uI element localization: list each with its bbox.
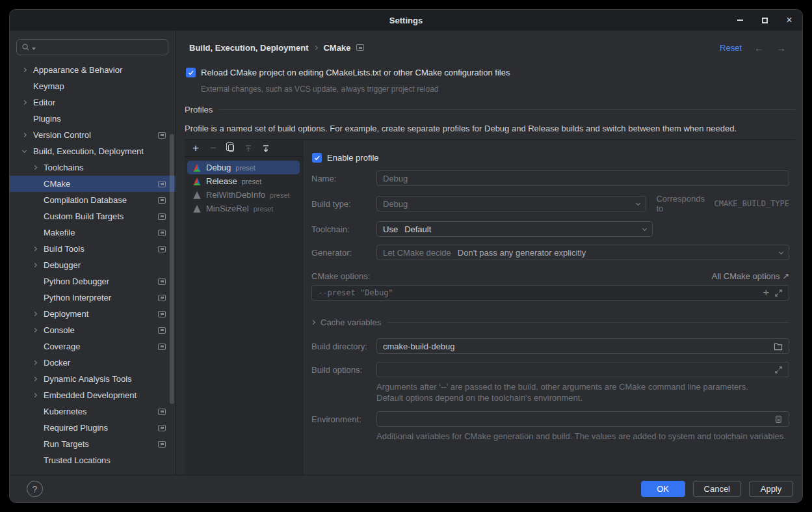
minimize-button[interactable] — [735, 15, 745, 25]
list-variables-icon[interactable] — [774, 415, 783, 424]
move-down-button[interactable] — [261, 143, 271, 154]
toolchain-label: Toolchain: — [311, 224, 376, 234]
sidebar-item-run-targets[interactable]: Run Targets — [10, 436, 176, 452]
enable-profile-checkbox[interactable] — [312, 153, 322, 163]
sidebar-item-required-plugins[interactable]: Required Plugins — [10, 420, 176, 436]
sidebar-item-build-execution-deployment[interactable]: Build, Execution, Deployment — [10, 143, 176, 159]
name-field[interactable]: Debug — [376, 170, 789, 186]
profile-item-relwithdebinfo[interactable]: RelWithDebInfo preset — [187, 188, 300, 202]
sidebar-item-compilation-database[interactable]: Compilation Database — [10, 192, 176, 208]
close-button[interactable]: × — [784, 15, 794, 25]
sidebar-item-custom-build-targets[interactable]: Custom Build Targets — [10, 208, 176, 224]
environment-label: Environment: — [311, 414, 376, 424]
chevron-right-icon[interactable] — [33, 165, 37, 170]
sidebar-scrollbar[interactable] — [170, 134, 174, 404]
cancel-button[interactable]: Cancel — [693, 481, 741, 497]
sidebar-item-coverage[interactable]: Coverage — [10, 338, 176, 355]
back-arrow-icon[interactable]: ← — [754, 42, 764, 53]
name-row: Name: Debug — [311, 170, 789, 186]
footer: ? OK Cancel Apply — [10, 475, 802, 502]
forward-arrow-icon[interactable]: → — [776, 42, 786, 53]
chevron-right-icon[interactable] — [33, 263, 37, 267]
maximize-button[interactable] — [759, 15, 770, 25]
chevron-right-icon[interactable] — [22, 133, 27, 137]
chevron-right-icon[interactable] — [22, 100, 27, 105]
build-options-hint: Arguments after ‘--’ are passed to the b… — [376, 381, 789, 403]
sidebar-item-docker[interactable]: Docker — [10, 355, 176, 371]
settings-tree: Appearance & Behavior Keymap Editor Plug… — [10, 62, 176, 468]
sidebar-item-keymap[interactable]: Keymap — [10, 78, 176, 94]
sidebar-item-cmake[interactable]: CMake — [10, 176, 176, 192]
cmake-options-field[interactable]: --preset "Debug" + — [311, 285, 789, 301]
sidebar-item-editor[interactable]: Editor — [10, 94, 176, 111]
profiles-box: + − Debug preset — [185, 139, 795, 475]
sidebar-item-label: CMake — [44, 179, 70, 189]
sidebar-item-kubernetes[interactable]: Kubernetes — [10, 403, 176, 420]
breadcrumb-item[interactable]: CMake — [323, 43, 350, 53]
ok-button[interactable]: OK — [641, 481, 685, 497]
sidebar-item-trusted-locations[interactable]: Trusted Locations — [10, 452, 176, 468]
sidebar-item-label: Deployment — [44, 309, 88, 319]
move-up-button[interactable] — [243, 143, 254, 154]
sidebar-item-embedded-development[interactable]: Embedded Development — [10, 387, 176, 403]
copy-profile-button[interactable] — [226, 143, 236, 154]
chevron-right-icon[interactable] — [33, 360, 37, 365]
sidebar-item-label: Trusted Locations — [44, 455, 111, 465]
chevron-down-icon[interactable] — [22, 148, 27, 153]
sidebar-item-label: Required Plugins — [44, 423, 108, 433]
all-cmake-options-link[interactable]: All CMake options ↗ — [712, 271, 789, 281]
sidebar-item-plugins[interactable]: Plugins — [10, 111, 176, 127]
add-profile-button[interactable]: + — [190, 143, 201, 154]
cmake-build-type-code: CMAKE_BUILD_TYPE — [714, 199, 789, 208]
build-type-select[interactable]: Debug — [376, 196, 646, 211]
chevron-right-icon[interactable] — [22, 68, 27, 72]
expand-icon[interactable] — [774, 289, 783, 297]
search-input[interactable] — [16, 39, 168, 55]
footer-buttons: OK Cancel Apply — [641, 481, 793, 497]
breadcrumb-item[interactable]: Build, Execution, Deployment — [189, 43, 308, 53]
chevron-right-icon[interactable] — [33, 377, 37, 381]
profile-item-minsizerel[interactable]: MinSizeRel preset — [187, 202, 300, 215]
sidebar-item-toolchains[interactable]: Toolchains — [10, 159, 176, 176]
environment-field[interactable] — [376, 411, 789, 427]
search-filter-caret-icon[interactable] — [32, 47, 36, 50]
sidebar-item-label: Debugger — [44, 260, 81, 270]
sidebar-item-deployment[interactable]: Deployment — [10, 306, 176, 322]
sidebar-item-appearance-behavior[interactable]: Appearance & Behavior — [10, 62, 176, 78]
profile-item-release[interactable]: Release preset — [187, 174, 300, 188]
toolchain-select[interactable]: UseDefault — [376, 221, 653, 237]
copy-icon — [228, 144, 234, 152]
reload-cmake-checkbox[interactable] — [186, 68, 196, 77]
chevron-right-icon[interactable] — [33, 393, 37, 397]
profile-item-debug[interactable]: Debug preset — [187, 161, 300, 174]
folder-icon[interactable] — [774, 342, 783, 351]
help-button[interactable]: ? — [27, 481, 43, 497]
sidebar-item-makefile[interactable]: Makefile — [10, 224, 176, 241]
chevron-down-icon — [636, 200, 640, 205]
cmake-icon — [192, 177, 202, 186]
sidebar-item-python-debugger[interactable]: Python Debugger — [10, 273, 176, 290]
apply-button[interactable]: Apply — [749, 481, 793, 497]
chevron-right-icon[interactable] — [33, 328, 37, 332]
sidebar-item-build-tools[interactable]: Build Tools — [10, 241, 176, 257]
generator-description: Don't pass any generator explicitly — [458, 248, 586, 258]
chevron-right-icon[interactable] — [33, 312, 37, 316]
sidebar-item-python-interpreter[interactable]: Python Interpreter — [10, 290, 176, 306]
project-scope-icon — [158, 409, 166, 415]
sidebar-item-label: Compilation Database — [44, 195, 127, 205]
chevron-down-icon — [779, 249, 783, 254]
build-options-field[interactable] — [376, 362, 789, 377]
build-directory-field[interactable]: cmake-build-debug — [376, 338, 789, 354]
sidebar-item-debugger[interactable]: Debugger — [10, 257, 176, 273]
cache-variables-section[interactable]: Cache variables — [311, 317, 789, 327]
remove-profile-button[interactable]: − — [208, 143, 218, 154]
sidebar-item-version-control[interactable]: Version Control — [10, 127, 176, 143]
chevron-right-icon[interactable] — [33, 247, 37, 251]
reset-link[interactable]: Reset — [720, 43, 742, 53]
build-directory-row: Build directory: cmake-build-debug — [311, 338, 789, 354]
sidebar-item-dynamic-analysis-tools[interactable]: Dynamic Analysis Tools — [10, 371, 176, 387]
generator-select[interactable]: Let CMake decideDon't pass any generator… — [376, 245, 789, 260]
expand-icon[interactable] — [774, 366, 783, 374]
sidebar-item-console[interactable]: Console — [10, 322, 176, 338]
add-option-button[interactable]: + — [763, 288, 769, 297]
